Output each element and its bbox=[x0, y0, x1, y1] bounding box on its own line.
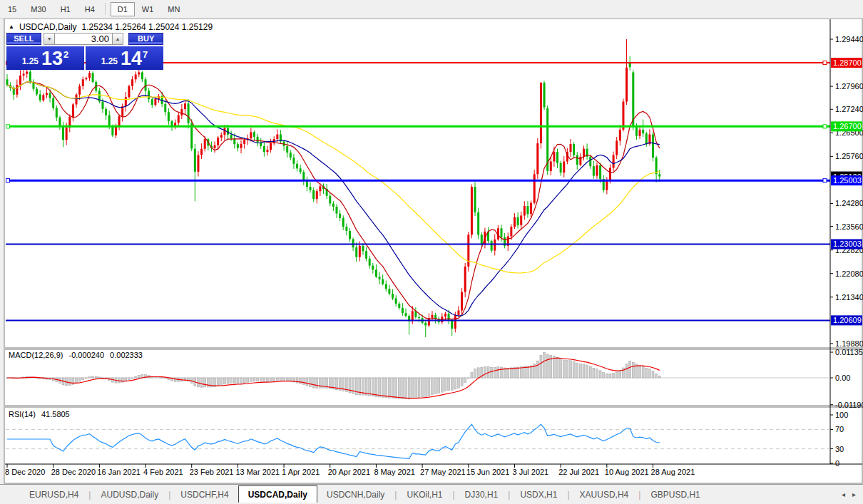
svg-text:16 Jan 2021: 16 Jan 2021 bbox=[97, 468, 141, 476]
svg-text:0: 0 bbox=[835, 459, 839, 468]
timeframe-m15-button[interactable]: 15 bbox=[1, 2, 24, 16]
svg-text:1.26700: 1.26700 bbox=[833, 122, 862, 130]
timeframe-h4-button[interactable]: H4 bbox=[78, 2, 102, 16]
svg-text:13 Mar 2021: 13 Mar 2021 bbox=[235, 468, 280, 476]
svg-text:1.23560: 1.23560 bbox=[835, 222, 863, 231]
macd-name: MACD(12,26,9) bbox=[9, 351, 63, 359]
tab-separator: | bbox=[638, 490, 640, 500]
tab-separator: | bbox=[168, 490, 170, 500]
svg-text:22 Jul 2021: 22 Jul 2021 bbox=[558, 468, 599, 476]
svg-text:1.27240: 1.27240 bbox=[835, 105, 863, 113]
chart-ohlc-values: 1.25234 1.25264 1.25024 1.25129 bbox=[82, 22, 213, 32]
tab-separator: | bbox=[508, 490, 510, 500]
svg-text:1.28700: 1.28700 bbox=[833, 58, 862, 67]
svg-text:1.25003: 1.25003 bbox=[833, 176, 862, 185]
symbol-collapse-icon[interactable]: ▲ bbox=[9, 24, 14, 30]
svg-text:20 Apr 2021: 20 Apr 2021 bbox=[328, 468, 370, 476]
macd-indicator-label: MACD(12,26,9) -0.000240 0.002333 bbox=[9, 351, 146, 359]
rsi-value: 41.5805 bbox=[41, 410, 70, 418]
lot-decrease-button[interactable]: ▼ bbox=[44, 33, 55, 45]
svg-text:1.29440: 1.29440 bbox=[835, 35, 863, 43]
chart-tab-xauusd-h4[interactable]: XAUUSD,H4 bbox=[571, 487, 638, 503]
chart-tab-usdx-h1[interactable]: USDX,H1 bbox=[511, 487, 566, 503]
svg-text:1 Apr 2021: 1 Apr 2021 bbox=[282, 468, 320, 476]
svg-text:15 Jun 2021: 15 Jun 2021 bbox=[466, 468, 510, 476]
chart-tab-usdcnh-daily[interactable]: USDCNH,Daily bbox=[317, 487, 394, 503]
tab-separator: | bbox=[452, 490, 454, 500]
chart-tab-eurusd-h4[interactable]: EURUSD,H4 bbox=[20, 487, 88, 503]
svg-text:1.24280: 1.24280 bbox=[835, 199, 863, 207]
chart-canvas[interactable]: 1.294401.279601.272401.265001.257601.242… bbox=[0, 0, 863, 504]
svg-text:0.01135: 0.01135 bbox=[835, 348, 863, 356]
tab-scroll-left-icon[interactable]: ◂ bbox=[842, 490, 845, 498]
svg-text:1.23003: 1.23003 bbox=[833, 240, 862, 248]
svg-text:1.19880: 1.19880 bbox=[835, 339, 863, 348]
svg-text:-0.01190: -0.01190 bbox=[835, 401, 863, 409]
sell-price-base: 1.25 bbox=[22, 56, 39, 66]
tab-scroll-right-icon[interactable]: ▸ bbox=[852, 490, 856, 498]
chart-area[interactable]: 1.294401.279601.272401.265001.257601.242… bbox=[0, 0, 863, 504]
chart-tab-dj30-h1[interactable]: DJ30,H1 bbox=[456, 487, 508, 503]
buy-price-base: 1.25 bbox=[101, 56, 118, 66]
chart-tab-usdchf-h4[interactable]: USDCHF,H4 bbox=[171, 487, 238, 503]
chart-symbol-label: USDCAD,Daily bbox=[19, 22, 77, 32]
svg-text:28 Dec 2020: 28 Dec 2020 bbox=[51, 468, 96, 476]
toolbar-separator bbox=[106, 3, 107, 15]
svg-text:10 Aug 2021: 10 Aug 2021 bbox=[605, 468, 649, 476]
macd-value: -0.000240 bbox=[68, 351, 104, 359]
timeframe-d1-button[interactable]: D1 bbox=[111, 2, 135, 16]
timeframe-m30-button[interactable]: M30 bbox=[24, 2, 53, 16]
chart-tab-ukoil-h1[interactable]: UKOil,H1 bbox=[397, 487, 451, 503]
rsi-name: RSI(14) bbox=[9, 410, 36, 418]
one-click-trade-panel: SELL ▼ ▲ BUY 1.25 13 2 1.25 14 7 bbox=[6, 33, 163, 70]
buy-price-big: 14 bbox=[121, 50, 142, 68]
svg-text:1.22080: 1.22080 bbox=[835, 269, 863, 278]
macd-signal-value: 0.002333 bbox=[110, 351, 143, 359]
tab-separator: | bbox=[88, 490, 91, 500]
sell-price-pip: 2 bbox=[63, 49, 68, 60]
svg-text:3 Jul 2021: 3 Jul 2021 bbox=[512, 468, 548, 476]
tab-scroll-arrows: ◂▸ bbox=[842, 490, 856, 498]
sell-button[interactable]: SELL bbox=[6, 33, 41, 45]
timeframe-h1-button[interactable]: H1 bbox=[53, 2, 78, 16]
sell-price-box[interactable]: 1.25 13 2 bbox=[6, 46, 84, 70]
svg-text:1.27960: 1.27960 bbox=[835, 82, 863, 91]
svg-text:8 May 2021: 8 May 2021 bbox=[374, 468, 414, 476]
chart-tab-audusd-daily[interactable]: AUDUSD,Daily bbox=[91, 487, 168, 503]
svg-text:0.00: 0.00 bbox=[835, 374, 850, 382]
lot-size-input[interactable] bbox=[55, 33, 112, 45]
buy-price-pip: 7 bbox=[143, 49, 148, 60]
svg-text:4 Feb 2021: 4 Feb 2021 bbox=[143, 468, 183, 476]
chart-tab-gbpusd-h1[interactable]: GBPUSD,H1 bbox=[641, 487, 709, 503]
timeframe-mn-button[interactable]: MN bbox=[160, 2, 187, 16]
svg-text:27 May 2021: 27 May 2021 bbox=[420, 468, 466, 476]
rsi-indicator-label: RSI(14) 41.5805 bbox=[9, 410, 73, 418]
svg-text:70: 70 bbox=[835, 425, 844, 433]
buy-price-box[interactable]: 1.25 14 7 bbox=[86, 46, 163, 70]
tab-separator: | bbox=[394, 490, 397, 500]
svg-text:1.25760: 1.25760 bbox=[835, 152, 863, 160]
svg-text:28 Aug 2021: 28 Aug 2021 bbox=[651, 468, 695, 476]
sell-price-big: 13 bbox=[41, 50, 63, 68]
svg-text:1.20609: 1.20609 bbox=[833, 316, 862, 324]
chart-title: ▲ USDCAD,Daily 1.25234 1.25264 1.25024 1… bbox=[9, 22, 213, 32]
timeframe-toolbar: 15M30H1H4D1W1MN bbox=[0, 0, 863, 19]
svg-text:23 Feb 2021: 23 Feb 2021 bbox=[190, 468, 234, 476]
chart-tab-bar: EURUSD,H4|AUDUSD,Daily|USDCHF,H4USDCAD,D… bbox=[0, 484, 863, 504]
chart-tab-usdcad-daily[interactable]: USDCAD,Daily bbox=[238, 485, 317, 503]
spacer bbox=[123, 33, 129, 45]
lot-increase-button[interactable]: ▲ bbox=[112, 33, 123, 45]
buy-button[interactable]: BUY bbox=[128, 33, 163, 45]
tab-separator: | bbox=[567, 490, 569, 500]
svg-text:100: 100 bbox=[835, 411, 848, 419]
svg-text:1.21340: 1.21340 bbox=[835, 293, 863, 302]
svg-text:8 Dec 2020: 8 Dec 2020 bbox=[5, 468, 45, 476]
timeframe-w1-button[interactable]: W1 bbox=[135, 2, 161, 16]
svg-text:30: 30 bbox=[835, 445, 844, 453]
